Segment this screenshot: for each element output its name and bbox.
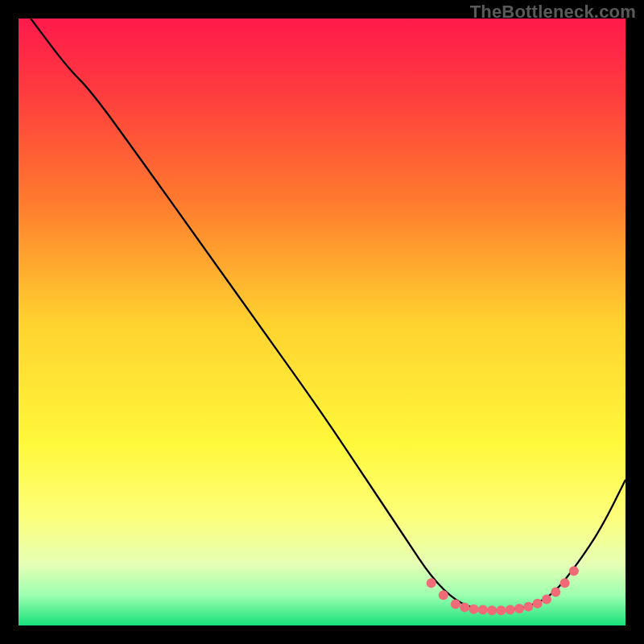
highlight-marker — [560, 578, 570, 588]
highlight-marker — [451, 600, 460, 609]
highlight-marker — [487, 605, 497, 615]
highlight-marker — [523, 602, 533, 612]
chart-frame — [19, 19, 625, 625]
highlight-marker — [478, 605, 488, 614]
plot-background — [19, 19, 625, 625]
highlight-marker — [427, 578, 436, 588]
highlight-marker — [514, 604, 524, 613]
highlight-marker — [439, 590, 448, 600]
highlight-marker — [542, 595, 551, 605]
highlight-marker — [533, 599, 543, 609]
highlight-marker — [569, 566, 579, 576]
watermark-text: TheBottleneck.com — [470, 2, 636, 23]
highlight-marker — [460, 602, 469, 612]
highlight-marker — [506, 605, 515, 614]
bottleneck-curve-chart — [19, 19, 625, 625]
highlight-marker — [551, 588, 560, 597]
highlight-marker — [469, 605, 479, 614]
highlight-marker — [496, 605, 506, 615]
